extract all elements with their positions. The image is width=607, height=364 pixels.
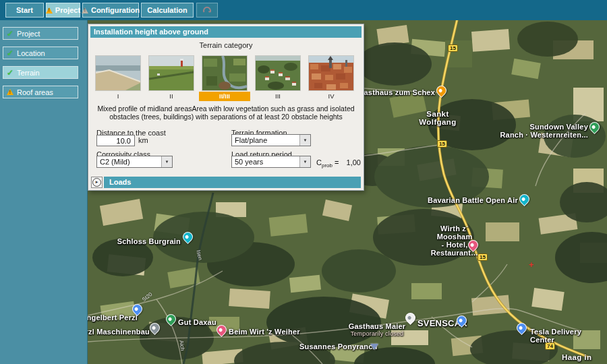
terrain-description-text: Mixed profile of midland areasArea with … bbox=[93, 104, 359, 121]
corrosivity-class-select[interactable]: C2 (Mild) ▼ bbox=[96, 156, 173, 168]
loads-expand-button[interactable]: ▸ bbox=[91, 177, 103, 188]
selected-value: C2 (Mild) bbox=[97, 158, 161, 166]
terrain-photo-category-III[interactable] bbox=[255, 55, 301, 91]
tab-label: Project bbox=[55, 6, 80, 14]
map-label-beim-wirt-z-weiher[interactable]: Beim Wirt 'z Weiher bbox=[229, 328, 300, 336]
cprob-subscript: prob bbox=[322, 162, 333, 169]
warning-icon bbox=[7, 89, 13, 95]
river-valley-photo bbox=[202, 56, 247, 90]
village-photo bbox=[256, 56, 300, 90]
grassland-photo bbox=[149, 56, 194, 90]
dialog-title: Installation height above ground bbox=[90, 26, 362, 38]
sidebar-item-roof-areas[interactable]: Roof areas bbox=[3, 86, 78, 98]
chevron-down-icon[interactable]: ▼ bbox=[299, 156, 310, 167]
map-label-tesla-delivery-center[interactable]: Tesla Delivery Center bbox=[530, 328, 607, 344]
town-label-sankt-wolfgang: Sankt Wolfgang bbox=[411, 110, 465, 126]
cprob-value: 1,00 bbox=[347, 158, 361, 166]
chevron-down-icon[interactable]: ▼ bbox=[161, 156, 172, 167]
map-label-gasthaus-maier[interactable]: Gasthaus Maier Temporarily closed bbox=[341, 314, 413, 345]
location-cross-marker: + bbox=[529, 262, 534, 268]
app-window: Sankt Wolfgang Haag in Gasthaus zum Sche… bbox=[0, 0, 607, 364]
category-label-III[interactable]: III bbox=[255, 92, 301, 101]
sidebar-navigation: ✓ Project ✓ Location ✓ Terrain Roof area… bbox=[0, 20, 88, 364]
tab-project[interactable]: Project bbox=[46, 3, 80, 18]
terrain-category-label: Terrain category bbox=[88, 41, 364, 49]
loads-section-header[interactable]: Loads bbox=[104, 177, 361, 188]
tab-calculation[interactable]: Calculation bbox=[141, 3, 194, 18]
road-badge: 15 bbox=[448, 44, 458, 52]
map-label-schloss-burgrain[interactable]: Schloss Burgrain bbox=[117, 237, 181, 245]
selected-value: Flat/plane bbox=[232, 136, 299, 144]
terrain-photo-category-II-III[interactable] bbox=[202, 55, 248, 91]
poi-title: Gasthaus Maier bbox=[349, 322, 406, 330]
sidebar-item-location[interactable]: ✓ Location bbox=[3, 47, 78, 59]
beach-photo bbox=[96, 56, 140, 90]
category-label-II[interactable]: II bbox=[148, 92, 194, 101]
selected-value: 50 years bbox=[232, 158, 299, 166]
road-badge: 15 bbox=[478, 253, 488, 261]
terrain-formation-select[interactable]: Flat/plane ▼ bbox=[231, 134, 311, 146]
poi-status-temporarily-closed: Temporarily closed bbox=[341, 330, 413, 337]
distance-to-coast-input[interactable] bbox=[96, 135, 135, 146]
sidebar-item-label: Terrain bbox=[17, 69, 40, 77]
distance-unit-label: km bbox=[138, 136, 148, 144]
category-label-II-III-selected[interactable]: II/III bbox=[199, 92, 250, 101]
tab-configuration[interactable]: Configuration bbox=[82, 3, 139, 18]
refresh-button[interactable] bbox=[196, 3, 218, 18]
road-badge: 74 bbox=[545, 342, 555, 350]
refresh-icon bbox=[202, 5, 212, 16]
map-label-engelbert-perzl[interactable]: Engelbert Perzl bbox=[82, 313, 138, 322]
check-icon: ✓ bbox=[7, 49, 13, 58]
cprob-value-readout: Cprob = 1,00 bbox=[316, 158, 361, 169]
sidebar-item-label: Roof areas bbox=[17, 88, 53, 96]
check-icon: ✓ bbox=[7, 29, 13, 38]
road-badge: 15 bbox=[437, 140, 447, 148]
chevron-down-icon[interactable]: ▼ bbox=[299, 135, 310, 146]
city-photo bbox=[309, 56, 353, 90]
terrain-photo-category-IV[interactable] bbox=[308, 55, 354, 91]
warning-icon bbox=[46, 7, 53, 13]
sidebar-item-label: Project bbox=[17, 30, 40, 38]
map-label-gasthaus-zum-schex[interactable]: Gasthaus zum Schex bbox=[358, 88, 435, 96]
check-icon: ✓ bbox=[7, 68, 13, 78]
category-label-I[interactable]: I bbox=[95, 92, 141, 101]
map-label-bavarian-battle-open-air[interactable]: Bavarian Battle Open Air bbox=[428, 196, 518, 204]
load-return-period-select[interactable]: 50 years ▼ bbox=[231, 156, 311, 168]
sidebar-item-project[interactable]: ✓ Project bbox=[3, 27, 78, 40]
tab-label: Calculation bbox=[147, 6, 187, 14]
category-label-IV[interactable]: IV bbox=[308, 92, 354, 101]
tab-label: Configuration bbox=[91, 6, 140, 14]
warning-icon bbox=[82, 7, 88, 13]
equals-sign: = bbox=[335, 158, 339, 166]
town-label-haag: Haag in bbox=[562, 353, 591, 361]
circled-right-arrow-icon: ▸ bbox=[92, 178, 101, 187]
tab-start[interactable]: Start bbox=[5, 3, 44, 18]
cprob-symbol: C bbox=[316, 158, 322, 166]
terrain-settings-dialog: Installation height above ground Terrain… bbox=[88, 24, 364, 191]
terrain-photo-category-II[interactable] bbox=[148, 55, 194, 91]
map-label-gut-daxau[interactable]: Gut Daxau bbox=[178, 318, 216, 326]
terrain-photo-category-I[interactable] bbox=[95, 55, 141, 91]
map-label-sundown-valley-ranch[interactable]: Sundown Valley Ranch · Westernreiten... bbox=[500, 123, 588, 139]
top-toolbar: Start Project Configuration Calculation bbox=[0, 0, 607, 20]
tab-label: Start bbox=[16, 6, 33, 14]
sidebar-item-label: Location bbox=[17, 49, 45, 57]
sidebar-item-terrain[interactable]: ✓ Terrain bbox=[3, 66, 78, 79]
